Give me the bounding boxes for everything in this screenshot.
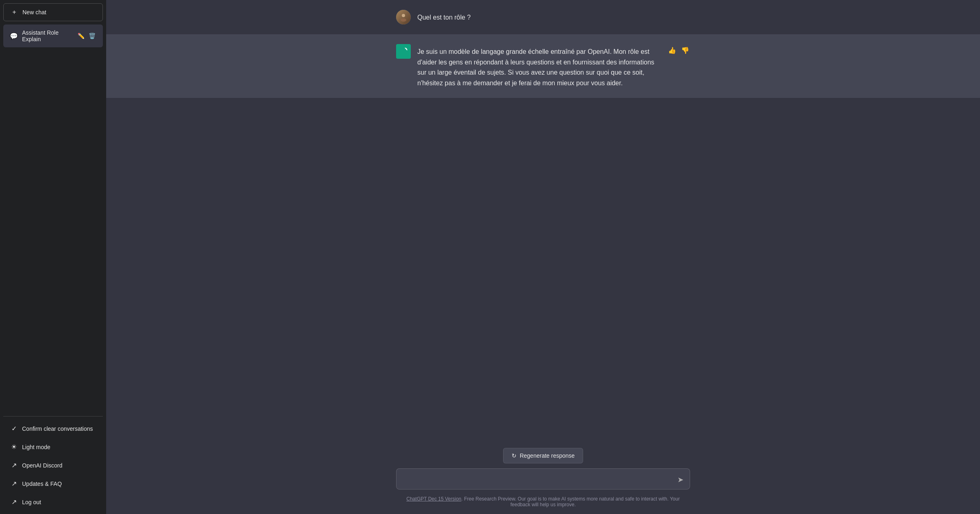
edit-chat-button[interactable]: ✏️	[77, 32, 85, 40]
footer-text: ChatGPT Dec 15 Version. Free Research Pr…	[396, 496, 690, 511]
chat-input[interactable]	[396, 468, 690, 490]
message-actions: 👍 👎	[667, 44, 690, 55]
send-icon: ➤	[677, 476, 684, 484]
sidebar-item-updates[interactable]: ↗ Updates & FAQ	[3, 475, 103, 492]
user-avatar	[396, 10, 411, 24]
assistant-message: Je suis un modèle de langage grande éche…	[106, 34, 980, 98]
external-link-icon-2: ↗	[10, 480, 18, 487]
regenerate-button[interactable]: ↻ Regenerate response	[503, 448, 584, 463]
chat-history: 💬 Assistant Role Explain ✏️ 🗑️	[3, 24, 103, 413]
updates-label: Updates & FAQ	[22, 481, 62, 487]
new-chat-button[interactable]: + New chat	[3, 3, 103, 21]
openai-avatar	[396, 44, 411, 59]
chat-item-actions: ✏️ 🗑️	[77, 32, 96, 40]
svg-point-0	[402, 14, 405, 17]
svg-point-1	[401, 18, 406, 22]
footer-version-link[interactable]: ChatGPT Dec 15 Version	[406, 496, 461, 502]
chat-input-area: ↻ Regenerate response ➤ ChatGPT Dec 15 V…	[106, 441, 980, 514]
confirm-clear-label: Confirm clear conversations	[22, 425, 93, 432]
checkmark-icon: ✓	[10, 425, 18, 432]
sun-icon: ☀	[10, 443, 18, 451]
user-message-text: Quel est ton rôle ?	[417, 10, 471, 23]
sidebar-item-confirm-clear[interactable]: ✓ Confirm clear conversations	[3, 420, 103, 437]
new-chat-label: New chat	[22, 9, 46, 16]
main-content: Quel est ton rôle ? Je suis un modèle de…	[106, 0, 980, 514]
logout-icon: ↗	[10, 498, 18, 506]
sidebar: + New chat 💬 Assistant Role Explain ✏️ 🗑…	[0, 0, 106, 514]
light-mode-label: Light mode	[22, 444, 50, 450]
chat-messages: Quel est ton rôle ? Je suis un modèle de…	[106, 0, 980, 441]
sidebar-item-assistant-role-explain[interactable]: 💬 Assistant Role Explain ✏️ 🗑️	[3, 24, 103, 47]
chat-icon: 💬	[10, 32, 18, 40]
discord-label: OpenAI Discord	[22, 462, 62, 469]
sidebar-item-logout[interactable]: ↗ Log out	[3, 493, 103, 511]
sidebar-item-discord[interactable]: ↗ OpenAI Discord	[3, 456, 103, 474]
external-link-icon: ↗	[10, 461, 18, 469]
sidebar-divider	[3, 416, 103, 417]
sidebar-item-light-mode[interactable]: ☀ Light mode	[3, 438, 103, 456]
send-button[interactable]: ➤	[676, 474, 685, 486]
regenerate-label: Regenerate response	[520, 452, 575, 459]
logout-label: Log out	[22, 499, 41, 505]
user-avatar-image	[396, 10, 411, 24]
sidebar-bottom-menu: ✓ Confirm clear conversations ☀ Light mo…	[3, 420, 103, 511]
chat-item-label: Assistant Role Explain	[22, 29, 73, 42]
input-wrapper: ➤	[396, 468, 690, 491]
thumbs-up-button[interactable]: 👍	[667, 46, 677, 55]
delete-chat-button[interactable]: 🗑️	[88, 32, 96, 40]
assistant-message-text: Je suis un modèle de langage grande éche…	[417, 44, 661, 88]
footer-description: . Free Research Preview. Our goal is to …	[461, 496, 680, 507]
regenerate-icon: ↻	[512, 452, 517, 459]
assistant-message-inner: Je suis un modèle de langage grande éche…	[396, 44, 690, 88]
user-message-inner: Quel est ton rôle ?	[396, 10, 690, 24]
user-message: Quel est ton rôle ?	[106, 0, 980, 34]
plus-icon: +	[10, 9, 18, 16]
thumbs-down-button[interactable]: 👎	[680, 46, 690, 55]
